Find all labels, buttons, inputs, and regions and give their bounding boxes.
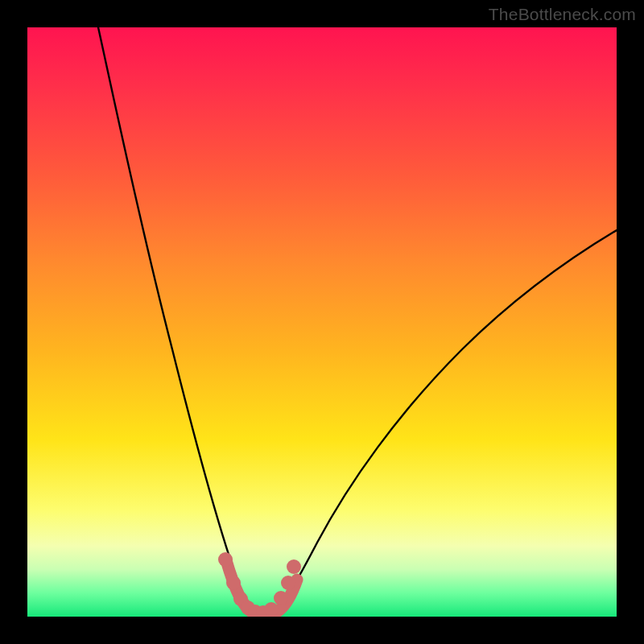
marker-dot	[264, 602, 279, 617]
outer-frame: TheBottleneck.com	[0, 0, 644, 644]
marker-dot	[287, 559, 301, 574]
marker-dot	[281, 576, 295, 590]
curve-left-branch	[98, 27, 255, 615]
curve-right-branch	[275, 230, 617, 615]
marker-dot	[218, 552, 233, 567]
marker-dot	[274, 591, 288, 605]
chart-svg	[27, 27, 617, 617]
marker-dot	[226, 576, 241, 590]
plot-area	[27, 27, 617, 617]
watermark-text: TheBottleneck.com	[489, 5, 636, 24]
